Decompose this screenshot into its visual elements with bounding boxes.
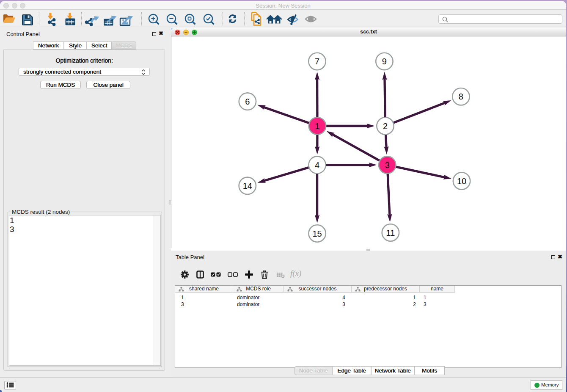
- svg-text:11: 11: [386, 228, 395, 237]
- svg-text:7: 7: [315, 57, 319, 66]
- svg-text:9: 9: [382, 57, 387, 66]
- svg-text:1: 1: [315, 121, 319, 131]
- svg-text:10: 10: [457, 177, 466, 186]
- svg-text:3: 3: [385, 160, 390, 170]
- svg-text:6: 6: [245, 97, 250, 106]
- svg-text:14: 14: [243, 181, 252, 190]
- svg-text:4: 4: [315, 160, 319, 170]
- svg-text:15: 15: [312, 229, 322, 238]
- svg-text:8: 8: [459, 92, 463, 101]
- svg-text:2: 2: [383, 121, 388, 131]
